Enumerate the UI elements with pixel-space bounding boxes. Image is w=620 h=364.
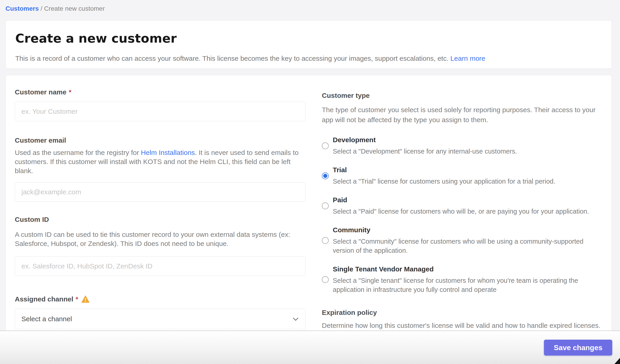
customer-name-label: Customer name *: [15, 88, 305, 96]
page-description: This is a record of a customer who can a…: [15, 55, 602, 62]
customer-email-description: Used as the username for the registry fo…: [15, 148, 305, 175]
save-changes-button[interactable]: Save changes: [544, 340, 612, 356]
warning-icon: [81, 295, 90, 303]
option-description: Select a "Trial" license for customers u…: [333, 177, 555, 186]
radio-development[interactable]: [322, 142, 329, 149]
form-left-column: Customer name * Customer email Used as t…: [15, 88, 305, 331]
option-label: Development: [333, 136, 517, 144]
radio-trial[interactable]: [322, 173, 329, 179]
radio-community[interactable]: [322, 237, 329, 244]
custom-id-description: A custom ID can be used to tie this cust…: [15, 230, 305, 248]
customer-type-option-trial[interactable]: Trial Select a "Trial" license for custo…: [322, 166, 603, 186]
customer-type-option-single-tenant-vendor-managed[interactable]: Single Tenant Vendor Managed Select a "S…: [322, 265, 603, 294]
assigned-channel-selected-value: Select a channel: [21, 315, 72, 323]
footer-bar: Save changes: [0, 331, 620, 364]
radio-single-tenant-vendor-managed[interactable]: [322, 276, 329, 283]
page-description-text: This is a record of a customer who can a…: [15, 55, 449, 62]
option-description: Select a "Community" license for custome…: [333, 237, 598, 255]
chevron-down-icon: [293, 315, 299, 323]
customer-email-label: Customer email: [15, 136, 305, 145]
breadcrumb-current: Create new customer: [44, 5, 105, 12]
customer-form-card: Customer name * Customer email Used as t…: [5, 75, 612, 331]
radio-paid[interactable]: [322, 203, 329, 209]
form-right-column: Customer type The type of customer you s…: [322, 88, 603, 331]
option-description: Select a "Development" license for any i…: [333, 147, 517, 156]
customer-type-option-community[interactable]: Community Select a "Community" license f…: [322, 226, 603, 255]
custom-id-input[interactable]: [15, 256, 305, 276]
assigned-channel-select[interactable]: Select a channel: [15, 309, 305, 329]
option-label: Paid: [333, 196, 589, 204]
custom-id-label: Custom ID: [15, 216, 305, 224]
assigned-channel-label: Assigned channel *: [15, 295, 305, 303]
page-header-card: Create a new customer This is a record o…: [5, 20, 612, 69]
option-description: Select a "Single tenant" license for cus…: [333, 276, 598, 294]
option-label: Trial: [333, 166, 555, 174]
expiration-policy-description: Determine how long this customer's licen…: [322, 321, 603, 330]
breadcrumb: Customers / Create new customer: [5, 5, 105, 12]
required-asterisk: *: [69, 88, 72, 96]
learn-more-link[interactable]: Learn more: [450, 55, 485, 62]
mouse-cursor: [610, 355, 620, 364]
page-title: Create a new customer: [15, 31, 602, 45]
customer-type-description: The type of customer you select is used …: [322, 105, 603, 125]
breadcrumb-customers-link[interactable]: Customers: [5, 5, 39, 12]
customer-type-option-development[interactable]: Development Select a "Development" licen…: [322, 136, 603, 156]
option-label: Single Tenant Vendor Managed: [333, 265, 598, 273]
customer-type-label: Customer type: [322, 92, 603, 99]
breadcrumb-separator: /: [41, 5, 44, 12]
expiration-policy-label: Expiration policy: [322, 309, 603, 317]
option-description: Select a "Paid" license for customers wh…: [333, 207, 589, 216]
customer-email-input[interactable]: [15, 182, 305, 202]
customer-name-input[interactable]: [15, 102, 305, 121]
option-label: Community: [333, 226, 598, 234]
customer-type-option-paid[interactable]: Paid Select a "Paid" license for custome…: [322, 196, 603, 216]
required-asterisk: *: [76, 295, 78, 303]
helm-installations-link[interactable]: Helm Installations: [141, 149, 195, 156]
customer-type-options: Development Select a "Development" licen…: [322, 136, 603, 294]
